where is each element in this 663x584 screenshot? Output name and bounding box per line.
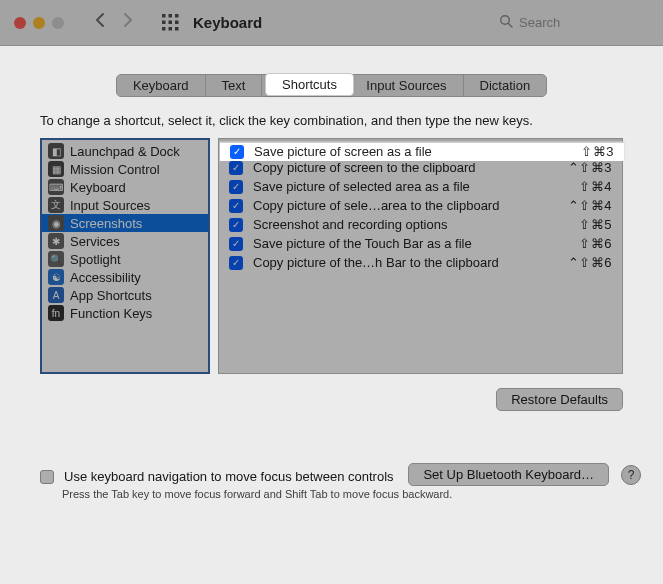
minimize-window-button[interactable]	[33, 17, 45, 29]
svg-rect-5	[175, 21, 179, 25]
search-icon	[499, 14, 513, 31]
svg-line-10	[508, 23, 512, 27]
shortcut-checkbox[interactable]: ✓	[229, 199, 243, 213]
shortcut-label: Copy picture of sele…area to the clipboa…	[253, 198, 552, 213]
forward-button[interactable]	[123, 12, 134, 33]
svg-rect-1	[169, 14, 173, 18]
search-field[interactable]: Search	[499, 14, 649, 31]
shortcut-row[interactable]: ✓ Screenshot and recording options ⇧⌘5	[219, 215, 622, 234]
shortcut-row[interactable]: ✓ Save picture of the Touch Bar as a fil…	[219, 234, 622, 253]
app-shortcuts-icon: A	[48, 287, 64, 303]
svg-rect-6	[162, 27, 166, 31]
svg-rect-8	[175, 27, 179, 31]
category-mission-control[interactable]: ▦ Mission Control	[42, 160, 208, 178]
shortcut-row[interactable]: ✓ Save picture of selected area as a fil…	[219, 177, 622, 196]
shortcut-checkbox[interactable]: ✓	[229, 218, 243, 232]
mission-control-icon: ▦	[48, 161, 64, 177]
search-placeholder: Search	[519, 15, 560, 30]
shortcut-checkbox[interactable]: ✓	[229, 161, 243, 175]
restore-defaults-button[interactable]: Restore Defaults	[496, 388, 623, 411]
svg-rect-3	[162, 21, 166, 25]
category-keyboard[interactable]: ⌨ Keyboard	[42, 178, 208, 196]
category-function-keys[interactable]: fn Function Keys	[42, 304, 208, 322]
shortcut-checkbox[interactable]: ✓	[229, 180, 243, 194]
toolbar: Keyboard Search	[0, 0, 663, 46]
input-sources-icon: 文	[48, 197, 64, 213]
category-spotlight[interactable]: 🔍 Spotlight	[42, 250, 208, 268]
svg-rect-4	[169, 21, 173, 25]
fullscreen-window-button[interactable]	[52, 17, 64, 29]
all-prefs-grid-icon[interactable]	[162, 14, 179, 31]
shortcut-label: Copy picture of screen to the clipboard	[253, 160, 552, 175]
tab-dictation[interactable]: Dictation	[464, 75, 547, 96]
close-window-button[interactable]	[14, 17, 26, 29]
accessibility-icon: ☯	[48, 269, 64, 285]
shortcut-keys[interactable]: ⇧⌘3	[564, 144, 614, 159]
category-accessibility[interactable]: ☯ Accessibility	[42, 268, 208, 286]
category-launchpad-dock[interactable]: ◧ Launchpad & Dock	[42, 142, 208, 160]
shortcut-label: Save picture of screen as a file	[254, 144, 554, 159]
window-title: Keyboard	[193, 14, 262, 31]
shortcut-checkbox[interactable]: ✓	[229, 237, 243, 251]
nav-arrows	[94, 12, 134, 33]
tab-input-sources[interactable]: Input Sources	[350, 75, 463, 96]
keyboard-icon: ⌨	[48, 179, 64, 195]
launchpad-icon: ◧	[48, 143, 64, 159]
category-screenshots[interactable]: ◉ Screenshots	[42, 214, 208, 232]
shortcut-keys[interactable]: ⇧⌘4	[562, 179, 612, 194]
traffic-lights	[14, 17, 64, 29]
bluetooth-keyboard-button[interactable]: Set Up Bluetooth Keyboard…	[408, 463, 609, 486]
shortcut-label: Screenshot and recording options	[253, 217, 552, 232]
shortcut-keys[interactable]: ⌃⇧⌘4	[562, 198, 612, 213]
shortcut-keys[interactable]: ⇧⌘5	[562, 217, 612, 232]
svg-rect-0	[162, 14, 166, 18]
screenshots-icon: ◉	[48, 215, 64, 231]
shortcut-row[interactable]: ✓ Copy picture of screen to the clipboar…	[219, 158, 622, 177]
services-icon: ✱	[48, 233, 64, 249]
shortcut-row[interactable]: ✓ Copy picture of sele…area to the clipb…	[219, 196, 622, 215]
tab-keyboard[interactable]: Keyboard	[117, 75, 206, 96]
tab-shortcuts-highlight[interactable]: Shortcuts	[265, 73, 354, 96]
spotlight-icon: 🔍	[48, 251, 64, 267]
category-list[interactable]: ◧ Launchpad & Dock ▦ Mission Control ⌨ K…	[40, 138, 210, 374]
instruction-text: To change a shortcut, select it, click t…	[0, 107, 663, 138]
keyboard-nav-hint: Press the Tab key to move focus forward …	[0, 484, 663, 500]
keyboard-nav-label: Use keyboard navigation to move focus be…	[64, 469, 394, 484]
shortcut-keys[interactable]: ⇧⌘6	[562, 236, 612, 251]
svg-rect-2	[175, 14, 179, 18]
tab-text[interactable]: Text	[206, 75, 263, 96]
shortcut-keys[interactable]: ⌃⇧⌘3	[562, 160, 612, 175]
keyboard-nav-checkbox[interactable]	[40, 470, 54, 484]
shortcut-label: Save picture of selected area as a file	[253, 179, 552, 194]
category-app-shortcuts[interactable]: A App Shortcuts	[42, 286, 208, 304]
svg-rect-7	[169, 27, 173, 31]
shortcut-checkbox[interactable]: ✓	[230, 145, 244, 159]
shortcut-row-highlight[interactable]: ✓ Save picture of screen as a file ⇧⌘3	[220, 142, 624, 161]
category-input-sources[interactable]: 文 Input Sources	[42, 196, 208, 214]
shortcut-checkbox[interactable]: ✓	[229, 256, 243, 270]
category-services[interactable]: ✱ Services	[42, 232, 208, 250]
back-button[interactable]	[94, 12, 105, 33]
shortcuts-panel: ◧ Launchpad & Dock ▦ Mission Control ⌨ K…	[0, 138, 663, 374]
function-keys-icon: fn	[48, 305, 64, 321]
shortcut-label: Save picture of the Touch Bar as a file	[253, 236, 552, 251]
shortcut-list[interactable]: ✓ Save picture of screen as a file ⇧⌘3 ✓…	[218, 138, 623, 374]
shortcut-row[interactable]: ✓ Copy picture of the…h Bar to the clipb…	[219, 253, 622, 272]
shortcut-keys[interactable]: ⌃⇧⌘6	[562, 255, 612, 270]
help-button[interactable]: ?	[621, 465, 641, 485]
shortcut-label: Copy picture of the…h Bar to the clipboa…	[253, 255, 552, 270]
